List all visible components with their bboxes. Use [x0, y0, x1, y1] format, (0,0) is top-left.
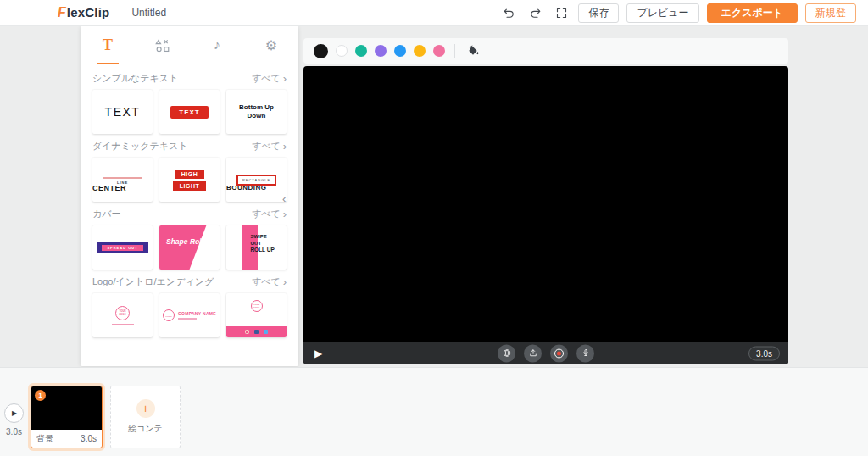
facebook-icon — [254, 330, 259, 334]
template-thumb-bounding-rectangle[interactable]: BOUNDING RECTANGLE — [226, 158, 287, 202]
template-thumb-logo-company-name[interactable]: YOUR LOGO COMPANY NAME — [159, 293, 220, 337]
toolbar-divider — [454, 44, 455, 58]
templates-panel: T ♪ ⚙ シンプルなテキスト すべて › — [81, 26, 298, 366]
panel-tabs: T ♪ ⚙ — [81, 26, 298, 64]
timeline-play-button[interactable]: ▶ — [4, 403, 24, 423]
template-text: BOUNDING RECTANGLE — [236, 175, 276, 186]
app-header: F lexClip Untitled 保存 プレビュー エクスポート 新規登 — [0, 0, 868, 26]
play-icon: ▶ — [12, 409, 17, 417]
logo-text: lexClip — [67, 5, 110, 19]
section-label-simple-text: シンプルなテキスト — [92, 72, 178, 85]
social-strip — [226, 326, 287, 337]
chevron-right-icon: › — [283, 73, 287, 84]
export-button[interactable]: エクスポート — [707, 3, 798, 23]
color-swatch-black[interactable] — [314, 44, 328, 58]
project-title[interactable]: Untitled — [131, 7, 166, 19]
record-ring — [554, 348, 564, 358]
panel-collapse-handle[interactable]: ‹ — [282, 192, 286, 205]
template-thumb-logo-social[interactable]: YOUR LOGO — [226, 293, 287, 337]
logo-f-mark: F — [58, 5, 66, 20]
timeline-bar: ▶ 3.0s 1 背景 3.0s + 絵コンテ — [0, 367, 868, 456]
add-storyboard-button[interactable]: + 絵コンテ — [110, 386, 181, 448]
color-swatch-teal[interactable] — [355, 45, 367, 57]
section-label-cover: カバー — [92, 208, 121, 220]
record-button[interactable] — [550, 344, 568, 362]
logo-badge: YOUR LOGO — [115, 306, 130, 320]
preview-area: ▶ 3.0s — [303, 38, 788, 364]
template-thumb-swipe-out-roll-up[interactable]: SWIPE OUT ROLL UP — [226, 225, 287, 270]
elements-icon — [155, 38, 170, 53]
tab-settings[interactable]: ⚙ — [244, 26, 298, 64]
save-button[interactable]: 保存 — [578, 3, 619, 23]
tagline-line — [178, 318, 197, 320]
template-text: TEXT — [170, 106, 208, 119]
chevron-right-icon: › — [283, 141, 287, 152]
twitter-icon — [264, 330, 268, 334]
text-tab-icon: T — [103, 36, 113, 54]
website-text-line — [112, 324, 134, 325]
language-globe-button[interactable] — [498, 344, 515, 362]
template-thumb-text-plain[interactable]: TEXT — [92, 90, 153, 134]
template-thumb-bottom-up-down[interactable]: Bottom Up Down — [226, 90, 287, 134]
signup-button[interactable]: 新規登 — [805, 3, 856, 23]
logo-layout: YOUR LOGO — [112, 306, 134, 325]
microphone-button[interactable] — [576, 344, 594, 362]
template-thumb-high-light[interactable]: HIGH LIGHT — [159, 158, 220, 202]
undo-icon[interactable] — [499, 3, 518, 22]
template-text: RECTANGLE SPREAD OUT — [97, 242, 148, 253]
logo-layout: YOUR LOGO — [226, 293, 287, 337]
template-text: HIGH LIGHT — [173, 170, 207, 191]
all-link-simple-text[interactable]: すべて › — [252, 72, 287, 85]
color-swatch-pink[interactable] — [433, 45, 445, 57]
logo-badge: YOUR LOGO — [163, 309, 175, 321]
template-text: TEXT — [105, 105, 141, 119]
chevron-right-icon: › — [283, 209, 287, 220]
all-link-cover[interactable]: すべて › — [252, 208, 287, 220]
editor-main: T ♪ ⚙ シンプルなテキスト すべて › — [0, 26, 868, 367]
template-text: CENTER LINE — [103, 175, 142, 185]
tab-text[interactable]: T — [81, 26, 135, 64]
all-link-dynamic-text[interactable]: すべて › — [252, 140, 287, 153]
scene-card-1[interactable]: 1 背景 3.0s — [31, 386, 103, 448]
template-thumb-logo-center[interactable]: YOUR LOGO — [92, 293, 153, 337]
upload-button[interactable] — [524, 344, 542, 362]
header-actions: 保存 プレビュー エクスポート 新規登 — [499, 3, 868, 23]
timeline-total-duration: 3.0s — [0, 427, 28, 437]
tab-music[interactable]: ♪ — [190, 26, 244, 64]
template-thumb-text-redbox[interactable]: TEXT — [159, 90, 220, 134]
video-canvas[interactable]: ▶ 3.0s — [303, 66, 788, 364]
panel-content: シンプルなテキスト すべて › TEXT TEXT Bottom Up Down — [81, 64, 298, 337]
storyboard-label: 絵コンテ — [128, 423, 163, 435]
pink-shape — [159, 225, 220, 270]
all-link-logo[interactable]: すべて › — [252, 275, 287, 288]
chevron-right-icon: › — [283, 276, 287, 287]
flexclip-logo[interactable]: F lexClip — [58, 5, 109, 20]
color-swatch-yellow[interactable] — [414, 45, 426, 57]
plus-icon: + — [136, 399, 155, 418]
record-dot — [557, 351, 561, 355]
preview-button[interactable]: プレビュー — [626, 3, 698, 23]
underline-rule — [103, 177, 142, 179]
music-note-icon: ♪ — [214, 37, 220, 53]
scene-duration: 3.0s — [81, 434, 97, 443]
template-thumb-rectangle-spread[interactable]: RECTANGLE SPREAD OUT — [92, 225, 153, 270]
logo-badge: YOUR LOGO — [251, 300, 263, 312]
template-text: Shape Roll Out — [166, 237, 218, 247]
gear-icon: ⚙ — [265, 37, 277, 53]
background-color-toolbar — [303, 38, 788, 64]
template-thumb-shape-roll-out[interactable]: Shape Roll Out — [159, 225, 220, 270]
color-swatch-purple[interactable] — [375, 45, 387, 57]
template-text: Bottom Up Down — [239, 103, 274, 121]
color-swatch-white[interactable] — [336, 45, 348, 57]
fullscreen-icon[interactable] — [552, 3, 570, 22]
redo-icon[interactable] — [526, 3, 544, 22]
section-label-dynamic-text: ダイナミックテキスト — [92, 140, 188, 153]
scene-index-badge: 1 — [35, 390, 46, 401]
color-swatch-blue[interactable] — [394, 45, 406, 57]
play-button[interactable]: ▶ — [314, 348, 322, 359]
fill-bucket-icon[interactable] — [465, 43, 481, 58]
duration-badge: 3.0s — [748, 346, 780, 360]
tab-elements[interactable] — [135, 26, 189, 64]
template-thumb-center-line[interactable]: CENTER LINE — [92, 158, 153, 202]
section-label-logo-intro-ending: Logo/イントロ/エンディング — [92, 275, 214, 288]
